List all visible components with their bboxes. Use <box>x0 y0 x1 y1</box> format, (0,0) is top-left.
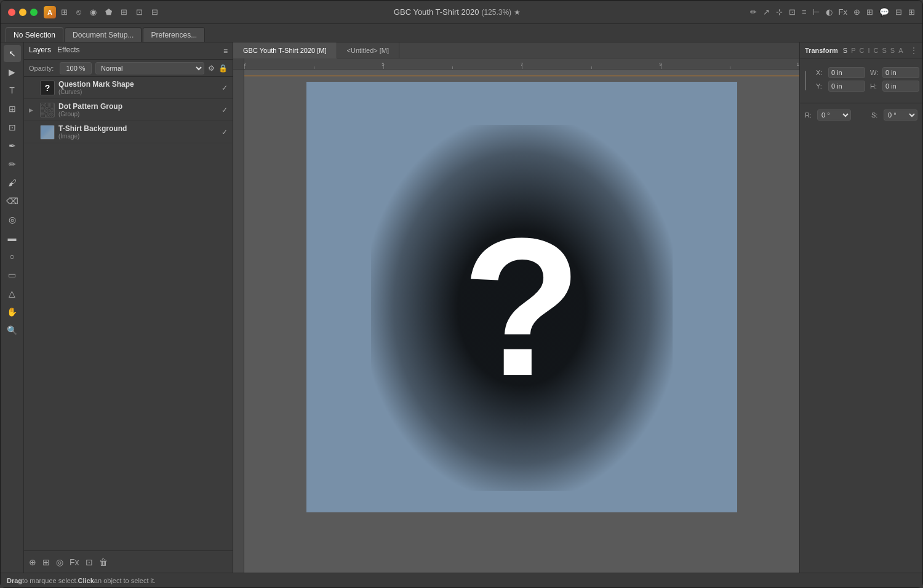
transform-icon[interactable]: ⊟ <box>151 7 158 17</box>
group-layer-icon[interactable]: ⊞ <box>42 557 50 567</box>
transform-tab-a[interactable]: A <box>898 47 903 54</box>
triangle-tool[interactable]: △ <box>4 285 21 302</box>
transform-tab-s1[interactable]: S <box>843 47 847 54</box>
layer-visible-dots[interactable]: ✓ <box>222 106 228 114</box>
layer-info-dots: Dot Pattern Group (Group) <box>58 102 218 117</box>
eraser-tool[interactable]: ⌫ <box>4 193 21 210</box>
grid-icon[interactable]: ⊞ <box>61 7 68 17</box>
mask-icon[interactable]: ◎ <box>56 557 63 567</box>
layer-item-dots[interactable]: ▶ Dot Pattern Group (Group) ✓ <box>24 99 233 121</box>
status-drag: Drag <box>7 577 22 584</box>
canvas-tab-untitled[interactable]: <Untitled> [M] <box>337 42 399 58</box>
studio-icon[interactable]: ⊞ <box>908 7 915 17</box>
gradient-icon[interactable]: ◐ <box>826 7 833 17</box>
delete-layer-icon[interactable]: 🗑 <box>99 557 108 567</box>
h-label: H: <box>870 82 880 90</box>
status-text2: an object to select it. <box>94 577 156 584</box>
close-button[interactable] <box>8 9 15 16</box>
maximize-button[interactable] <box>30 9 38 16</box>
app-window: A ⊞ ⎋ ◉ ⬟ ⊞ ⊡ ⊟ GBC Youth T-Shirt 2020 (… <box>0 0 923 588</box>
pencil-tool[interactable]: ✏ <box>4 156 21 173</box>
rect-tool[interactable]: ▬ <box>4 229 21 247</box>
layer-item-qm[interactable]: ? Question Mark Shape (Curves) ✓ <box>24 77 233 99</box>
titlebar-tools-right: ✏ ↗ ⊹ ⊡ ≡ ⊢ ◐ Fx ⊕ ⊞ 💬 ⊟ ⊞ <box>750 7 915 17</box>
align-icon[interactable]: ≡ <box>802 7 807 17</box>
tab-layers[interactable]: Layers <box>29 46 51 57</box>
h-input[interactable] <box>882 81 919 92</box>
layer-name-qm: Question Mark Shape <box>58 80 218 89</box>
layer-visible-bg[interactable]: ✓ <box>222 128 228 137</box>
rounded-rect-tool[interactable]: ▭ <box>4 266 21 284</box>
arrow-tool[interactable]: ▶ <box>4 63 21 81</box>
layer-info-bg: T-Shirt Background (Image) <box>58 124 218 140</box>
comments-icon[interactable]: 💬 <box>879 7 889 17</box>
tabs-bar: No Selection Document Setup... Preferenc… <box>1 24 922 42</box>
text-tool[interactable]: T <box>4 82 21 99</box>
node-icon[interactable]: ⊹ <box>776 7 783 17</box>
transform-thumbnail <box>805 71 806 90</box>
history-icon[interactable]: ⊟ <box>895 7 902 17</box>
layer-lock-icon[interactable]: ⚙ <box>208 64 215 73</box>
pen-tool-icon[interactable]: ✏ <box>750 7 757 17</box>
transform-tab-c[interactable]: C <box>859 47 864 54</box>
duplicate-layer-icon[interactable]: ⊡ <box>86 557 93 567</box>
tab-no-selection[interactable]: No Selection <box>6 27 63 42</box>
y-label: Y: <box>816 82 826 90</box>
select-tool[interactable]: ↖ <box>4 45 21 62</box>
zoom-tool[interactable]: 🔍 <box>4 322 21 339</box>
layer-visibility-icon[interactable]: 🔒 <box>218 64 228 73</box>
w-input[interactable] <box>882 67 919 78</box>
arrow-tool-icon[interactable]: ↗ <box>763 7 770 17</box>
transform-tab-s3[interactable]: S <box>890 47 895 54</box>
fill-tool[interactable]: ◎ <box>4 211 21 228</box>
tab-preferences[interactable]: Preferences... <box>143 27 205 42</box>
layer-effects-icon[interactable]: ⊕ <box>853 7 860 17</box>
brush-tool[interactable]: 🖌 <box>4 174 21 191</box>
crop-tool[interactable]: ⊡ <box>4 119 21 136</box>
transform-tab-s2[interactable]: S <box>882 47 886 54</box>
share-icon[interactable]: ⎋ <box>76 7 81 17</box>
right-panel: Transform S P C I C S S A ⋮ <box>799 42 922 573</box>
layer-info-qm: Question Mark Shape (Curves) <box>58 80 218 95</box>
pen-tool[interactable]: ✒ <box>4 137 21 154</box>
snapping-icon[interactable]: ⊞ <box>121 7 127 17</box>
tab-document-setup[interactable]: Document Setup... <box>65 27 142 42</box>
layers-options-icon[interactable]: ≡ <box>223 47 228 55</box>
x-input[interactable] <box>828 67 865 78</box>
minimize-button[interactable] <box>19 9 26 16</box>
add-layer-icon[interactable]: ⊕ <box>29 557 36 567</box>
canvas-content[interactable]: ? <box>306 82 737 512</box>
opacity-label: Opacity: <box>29 65 56 72</box>
layer-thumbnail-qm: ? <box>40 81 55 95</box>
vector-icon[interactable]: ⬟ <box>105 7 112 17</box>
canvas-tab-main[interactable]: GBC Youth T-Shirt 2020 [M] <box>233 42 337 58</box>
blend-mode-select[interactable]: Normal Multiply Screen Overlay <box>95 62 204 74</box>
transform-options-icon[interactable]: ⋮ <box>910 46 917 55</box>
s-select[interactable]: 0 ° 45 ° 90 ° <box>884 109 917 121</box>
table-tool[interactable]: ⊞ <box>4 100 21 117</box>
tab-effects[interactable]: Effects <box>57 46 79 57</box>
ellipse-tool[interactable]: ○ <box>4 248 21 265</box>
ruler-icon[interactable]: ⊢ <box>813 7 820 17</box>
layer-type-qm: (Curves) <box>58 89 218 95</box>
layer-visible-qm[interactable]: ✓ <box>222 84 228 92</box>
pixel-icon[interactable]: ◉ <box>90 7 97 17</box>
constraints-icon[interactable]: ⊡ <box>136 7 143 17</box>
layer-item-bg[interactable]: T-Shirt Background (Image) ✓ <box>24 121 233 143</box>
expand-icon-dots[interactable]: ▶ <box>29 107 36 113</box>
transform-tab-i[interactable]: I <box>868 47 869 54</box>
fx-layer-icon[interactable]: Fx <box>70 557 79 567</box>
opacity-input[interactable] <box>60 62 92 74</box>
transform-tab-c2[interactable]: C <box>874 47 879 54</box>
layer-type-dots: (Group) <box>58 111 218 117</box>
transform-tab-p[interactable]: P <box>851 47 855 54</box>
canvas-scroll[interactable]: ? <box>244 70 799 573</box>
hand-tool[interactable]: ✋ <box>4 303 21 320</box>
crop-tool-icon[interactable]: ⊡ <box>789 7 796 17</box>
transform-rotation-panel: R: 0 ° 90 ° 180 ° 270 ° S: 0 ° 45 ° 90 ° <box>800 103 922 124</box>
r-select[interactable]: 0 ° 90 ° 180 ° 270 ° <box>817 109 851 121</box>
y-input[interactable] <box>828 81 865 92</box>
bookmark-icon[interactable]: ★ <box>514 8 521 17</box>
export-icon[interactable]: ⊞ <box>866 7 873 17</box>
fx-icon[interactable]: Fx <box>839 7 847 17</box>
